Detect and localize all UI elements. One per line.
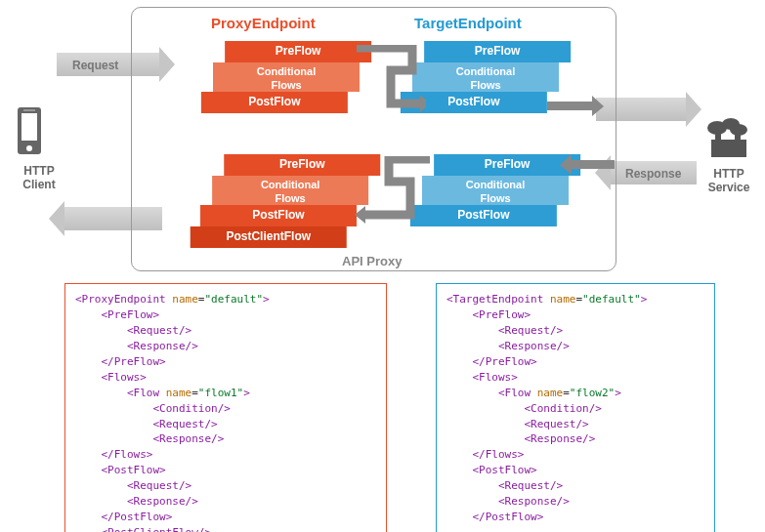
response-label: Response [625,167,681,181]
request-label: Request [72,59,118,72]
svg-point-2 [26,145,32,151]
conditional-flows-label: Conditional Flows [456,62,516,93]
conditional-flows-label: Conditional Flows [466,176,526,206]
conditional-flows-label: Conditional Flows [257,62,317,93]
proxy-endpoint-code: <ProxyEndpoint name="default"> <PreFlow>… [64,283,387,532]
svg-marker-10 [420,95,426,112]
service-label: HTTP Service [700,167,758,194]
svg-rect-9 [735,132,741,143]
svg-rect-8 [715,132,721,143]
client-label: HTTP Client [10,164,68,191]
proxy-endpoint-title: ProxyEndpoint [211,15,316,31]
flow-arrow-in [560,154,615,176]
svg-rect-13 [572,160,615,169]
svg-rect-11 [547,102,592,110]
svg-rect-3 [23,109,35,111]
flow-arrow-bottom [352,156,436,228]
svg-marker-15 [355,206,365,224]
svg-marker-14 [560,154,572,175]
flow-arrow-top [352,45,426,117]
svg-rect-1 [21,113,37,141]
flow-arrow-out [547,96,606,117]
postflow-label: PostFlow [201,92,348,113]
target-endpoint-title: TargetEndpoint [414,15,522,31]
preflow-label: PreFlow [424,41,571,62]
service-icon: HTTP Service [700,112,758,194]
target-endpoint-code: <TargetEndpoint name="default"> <PreFlow… [436,283,715,532]
client-icon: HTTP Client [10,105,68,191]
preflow-label: PreFlow [225,41,371,62]
preflow-label: PreFlow [434,154,580,176]
postclientflow-label: PostClientFlow [191,226,347,248]
svg-marker-12 [592,96,604,116]
postflow-label: PostFlow [200,205,357,226]
api-proxy-label: API Proxy [342,254,402,268]
conditional-flows-label: Conditional Flows [261,176,320,206]
